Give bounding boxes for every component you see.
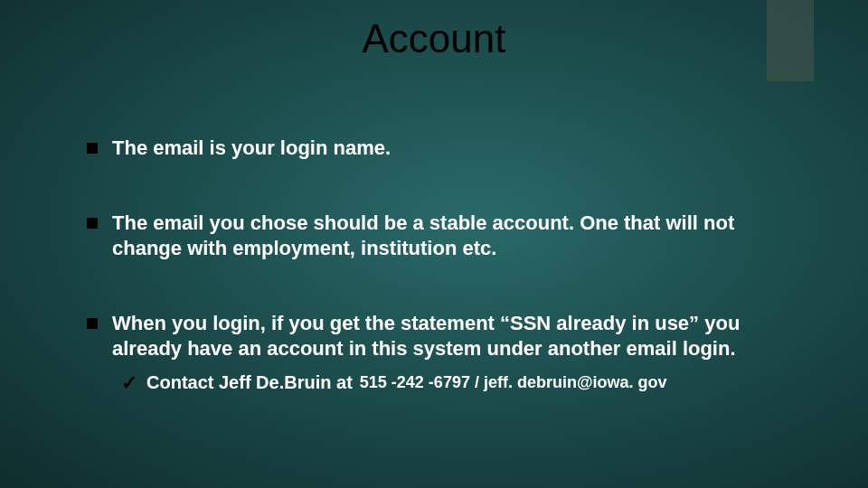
sub-bullet: ✓ Contact Jeff De.Bruin at 515 -242 -679…	[121, 371, 805, 395]
bullet-item: The email you chose should be a stable a…	[87, 211, 805, 262]
slide-title: Account	[0, 16, 868, 61]
sub-bullet-prefix: Contact Jeff De.Bruin at	[146, 372, 353, 393]
bullet-item: The email is your login name.	[87, 136, 805, 162]
checkmark-icon: ✓	[121, 371, 137, 395]
bullet-item: When you login, if you get the statement…	[87, 311, 805, 362]
bullet-text: When you login, if you get the statement…	[112, 311, 805, 362]
contact-detail: 515 -242 -6797 / jeff. debruin@iowa. gov	[360, 373, 667, 392]
square-bullet-icon	[87, 318, 98, 329]
square-bullet-icon	[87, 143, 98, 154]
slide-content: The email is your login name. The email …	[87, 136, 805, 395]
slide: Account The email is your login name. Th…	[0, 0, 868, 488]
bullet-text: The email is your login name.	[112, 136, 805, 162]
square-bullet-icon	[87, 218, 98, 229]
bullet-text: The email you chose should be a stable a…	[112, 211, 805, 262]
